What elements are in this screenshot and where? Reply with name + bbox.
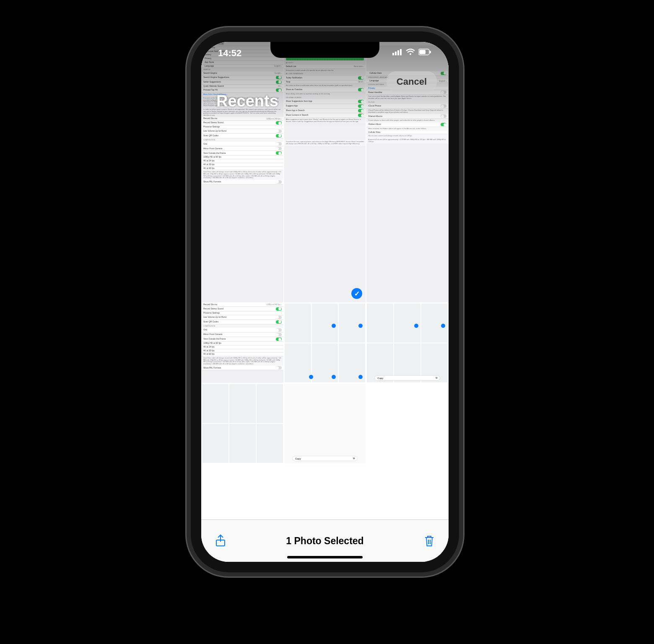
popover-copy-label: Copy	[295, 457, 301, 460]
photo-thumb-5[interactable]: Copy ⧉	[366, 303, 449, 383]
thumb-popover: Copy ⧉	[375, 376, 440, 380]
battery-icon	[418, 49, 432, 55]
device-notch	[270, 42, 379, 58]
photo-grid: Face ID & PasscodeEmergencyExposure Noti…	[201, 42, 449, 562]
svg-rect-3	[400, 49, 402, 55]
status-time: 14:52	[218, 48, 241, 59]
photo-thumb-0[interactable]: Face ID & PasscodeEmergencyExposure Noti…	[201, 42, 284, 303]
share-button[interactable]	[213, 533, 228, 548]
svg-rect-6	[419, 50, 426, 54]
photo-thumb-7[interactable]: Copy ⧉	[284, 383, 366, 464]
svg-rect-7	[430, 51, 431, 53]
popover-copy-label: Copy	[377, 377, 383, 379]
copy-icon: ⧉	[436, 377, 437, 379]
selection-toolbar: 1 Photo Selected	[201, 519, 449, 562]
selection-count-label: 1 Photo Selected	[228, 535, 422, 547]
cancel-button[interactable]: Cancel	[387, 71, 437, 92]
photo-thumb-3[interactable]: Record Slo-mo1080p at 240 fps ›Record St…	[201, 303, 284, 383]
cellular-icon	[392, 49, 402, 55]
photo-thumb-8[interactable]	[366, 383, 449, 464]
svg-rect-2	[397, 50, 399, 55]
photo-thumb-1[interactable]: Wed 14:52BATTERY LEVELACTIVITYDefault Li…	[284, 42, 366, 303]
svg-rect-0	[392, 53, 394, 55]
status-icons	[392, 49, 432, 55]
delete-button[interactable]	[422, 533, 437, 548]
home-indicator[interactable]	[287, 556, 363, 558]
thumb-popover: Copy ⧉	[293, 456, 358, 461]
copy-icon: ⧉	[353, 457, 355, 460]
svg-point-4	[410, 53, 411, 55]
photo-thumb-4[interactable]	[284, 303, 366, 383]
svg-rect-1	[395, 52, 397, 55]
trash-icon	[423, 534, 436, 548]
wifi-icon	[406, 49, 415, 55]
share-icon	[214, 534, 227, 548]
photo-thumb-6[interactable]	[201, 383, 284, 464]
